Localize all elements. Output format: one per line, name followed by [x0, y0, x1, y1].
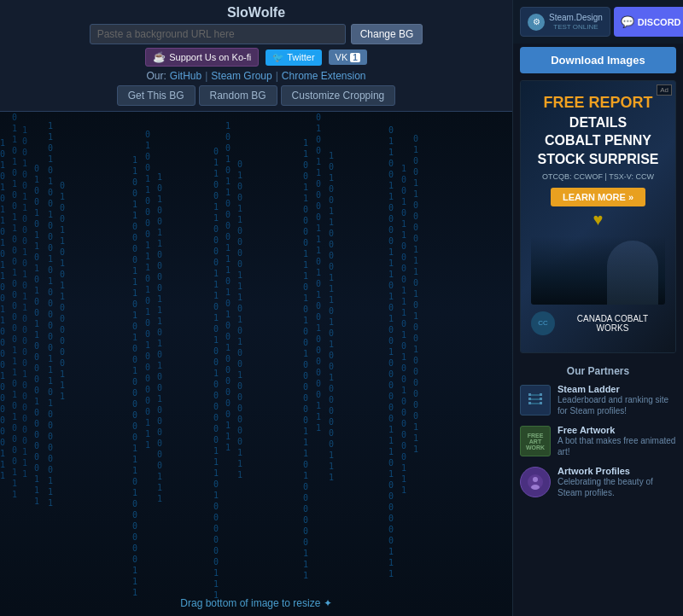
vk-count: 1 [350, 53, 360, 62]
steam-design-sub: TEST ONLINE [549, 23, 603, 31]
ad-details: DETAILS [531, 115, 665, 131]
kofi-icon: ☕ [153, 51, 166, 63]
svg-point-10 [533, 477, 538, 482]
image-panel: SloWolfe Change BG ☕ Support Us on Ko-fi… [0, 0, 512, 616]
partners-section: Our Partners [513, 360, 683, 512]
canada-cobalt-label: CANADA COBALT WORKS [560, 314, 665, 333]
ad-figure [531, 236, 665, 305]
partner-item-free-artwork[interactable]: FREE ART WORK Free Artwork A bot that ma… [520, 425, 676, 457]
canvas-area: 1 0 1 0 1 0 1 1 0 1 0 1 1 0 0 1 1 0 0 0 … [0, 112, 512, 616]
svg-rect-3 [540, 393, 542, 396]
canvas-inner: 1 0 1 0 1 0 1 1 0 1 0 1 1 0 0 1 1 0 0 0 … [0, 112, 512, 616]
links-row: Our: GitHub | Steam Group | Chrome Exten… [9, 70, 504, 82]
free-artwork-name: Free Artwork [557, 425, 676, 435]
steam-group-link[interactable]: Steam Group [211, 70, 271, 82]
github-link[interactable]: GitHub [170, 70, 201, 82]
discord-button[interactable]: 💬 DISCORD › [614, 7, 683, 37]
twitter-label: Twitter [287, 52, 314, 62]
svg-rect-6 [531, 398, 540, 400]
svg-rect-4 [540, 398, 542, 400]
ad-person [607, 241, 658, 305]
chrome-ext-link[interactable]: Chrome Extension [282, 70, 366, 82]
ad-inner: Ad FREE REPORT DETAILS COBALT PENNY STOC… [521, 81, 675, 352]
canada-cobalt-logo: CC [531, 311, 555, 335]
vk-icon: VK [336, 52, 348, 62]
random-bg-button[interactable]: Random BG [199, 85, 277, 106]
kofi-button[interactable]: ☕ Support Us on Ko-fi [145, 48, 259, 67]
svg-rect-1 [528, 398, 531, 400]
top-links-row: ⚙ Steam.Design TEST ONLINE 💬 DISCORD › [513, 0, 683, 44]
steam-ladder-desc: Leaderboard and ranking site for Steam p… [557, 394, 676, 416]
svg-rect-0 [528, 393, 531, 396]
svg-rect-8 [531, 403, 540, 404]
steam-ladder-text: Steam Ladder Leaderboard and ranking sit… [557, 384, 676, 416]
artwork-profiles-text: Artwork Profiles Celebrating the beauty … [557, 466, 676, 498]
steam-design-button[interactable]: ⚙ Steam.Design TEST ONLINE [520, 7, 610, 37]
ad-heart-icon: ♥ [531, 210, 665, 230]
svg-rect-7 [531, 394, 540, 396]
partner-item-artwork-profiles[interactable]: Artwork Profiles Celebrating the beauty … [520, 466, 676, 498]
discord-icon: 💬 [621, 15, 634, 28]
steam-ladder-name: Steam Ladder [557, 384, 676, 394]
url-row: Change BG [9, 24, 504, 44]
customize-button[interactable]: Customize Cropping [281, 85, 396, 106]
partner-item-steam-ladder[interactable]: Steam Ladder Leaderboard and ranking sit… [520, 384, 676, 416]
right-panel: ⚙ Steam.Design TEST ONLINE 💬 DISCORD › D… [512, 0, 683, 616]
ad-logo-area: CC CANADA COBALT WORKS [531, 311, 665, 335]
toolbar: SloWolfe Change BG ☕ Support Us on Ko-fi… [0, 0, 512, 112]
drag-resize-label: Drag bottom of image to resize ✦ [180, 597, 331, 609]
free-artwork-text: Free Artwork A bot that makes free anima… [557, 425, 676, 457]
svg-rect-5 [540, 402, 542, 404]
ad-free-report: FREE REPORT [531, 95, 665, 112]
action-row: Get This BG Random BG Customize Cropping [9, 85, 504, 106]
ad-area: Ad FREE REPORT DETAILS COBALT PENNY STOC… [520, 80, 676, 353]
steam-design-text-area: Steam.Design TEST ONLINE [549, 13, 603, 31]
learn-more-button[interactable]: LEARN MORE » [551, 188, 645, 206]
partners-title: Our Partners [520, 365, 676, 377]
ad-badge: Ad [657, 84, 672, 96]
kofi-label: Support Us on Ko-fi [169, 52, 251, 62]
steam-ladder-icon [520, 385, 551, 416]
free-artwork-icon: FREE ART WORK [520, 426, 551, 456]
ad-cobalt: COBALT PENNY [531, 133, 665, 148]
ad-tickers: OTCQB: CCWOF | TSX-V: CCW [531, 172, 665, 181]
twitter-button[interactable]: 🐦 Twitter [266, 49, 321, 66]
download-button[interactable]: Download Images [520, 47, 676, 73]
artwork-profiles-icon [520, 467, 551, 497]
svg-point-11 [531, 485, 540, 490]
url-input[interactable] [90, 24, 346, 44]
sep1: | [205, 70, 207, 82]
change-bg-button[interactable]: Change BG [351, 24, 423, 44]
free-artwork-desc: A bot that makes free animated art! [557, 435, 676, 457]
steam-design-label: Steam.Design [549, 13, 603, 23]
twitter-icon: 🐦 [272, 52, 284, 63]
ad-surprise: STOCK SURPRISE [531, 152, 665, 167]
vk-button[interactable]: VK 1 [329, 49, 367, 65]
sep2: | [276, 70, 278, 82]
social-row: ☕ Support Us on Ko-fi 🐦 Twitter VK 1 [9, 48, 504, 67]
svg-rect-2 [528, 402, 531, 404]
get-bg-button[interactable]: Get This BG [117, 85, 196, 106]
discord-label: DISCORD [638, 17, 681, 27]
artwork-profiles-desc: Celebrating the beauty of Steam profiles… [557, 476, 676, 498]
app-title: SloWolfe [9, 5, 504, 20]
our-label: Our: [146, 70, 166, 82]
steam-icon: ⚙ [528, 14, 545, 31]
artwork-profiles-name: Artwork Profiles [557, 466, 676, 476]
